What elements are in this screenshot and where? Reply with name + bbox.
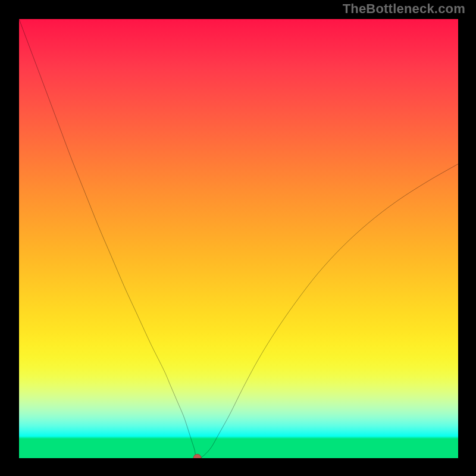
curve-svg <box>19 19 458 458</box>
plot-area <box>19 19 458 458</box>
watermark-text: TheBottleneck.com <box>343 1 465 17</box>
optimum-marker <box>193 454 201 458</box>
bottleneck-curve-path <box>19 19 458 458</box>
chart-frame: TheBottleneck.com <box>0 0 476 476</box>
bottleneck-curve-layer <box>19 19 458 458</box>
